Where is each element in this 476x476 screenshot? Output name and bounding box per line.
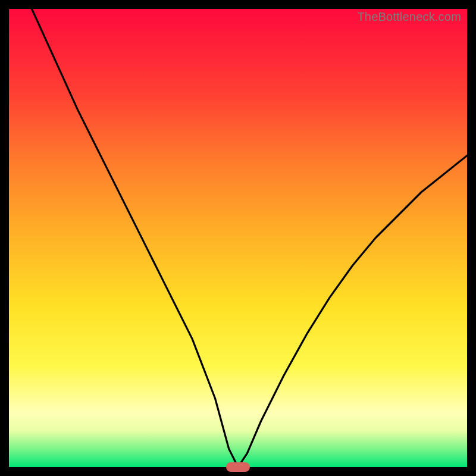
curve-svg xyxy=(9,9,467,467)
plot-area: TheBottleneck.com xyxy=(9,9,467,467)
optimum-marker xyxy=(226,462,250,472)
bottleneck-curve-path xyxy=(32,9,468,467)
chart-frame: TheBottleneck.com xyxy=(0,0,476,476)
